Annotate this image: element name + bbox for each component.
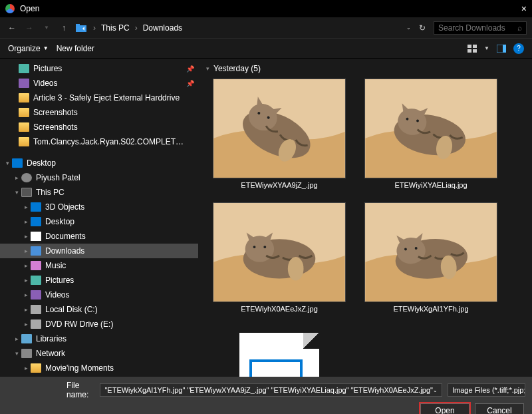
chevron-right-icon: ▸: [21, 204, 31, 210]
sidebar-item[interactable]: ▸Videos: [0, 288, 198, 302]
chevron-right-icon: ▸: [12, 174, 21, 181]
thumbnail-image: [213, 202, 346, 302]
chevron-down-icon: ▾: [12, 189, 21, 196]
filename-input[interactable]: "ETEWiykXgAI1YFh.jpg" "ETEWiywXYAA9jZ_.j…: [100, 383, 442, 397]
sidebar-label: Network: [36, 349, 65, 358]
chevron-down-icon[interactable]: ⌄: [433, 387, 438, 393]
sidebar-item[interactable]: ▸Desktop: [0, 214, 198, 229]
chrome-icon: [5, 4, 15, 13]
sidebar-item[interactable]: ▸Movie'ing Moments: [0, 361, 198, 375]
videos-icon: [19, 79, 29, 88]
svg-rect-4: [473, 45, 477, 48]
videos-icon: [31, 290, 41, 300]
organize-label: Organize: [8, 44, 41, 53]
content-area: ▾ Yesterday (5) ETEWiywXYAA9jZ_.jpgETEWi…: [198, 59, 532, 377]
sidebar-label: 3D Objects: [45, 202, 84, 212]
user-icon: [21, 173, 32, 182]
thumbnail-image: [364, 79, 497, 178]
sidebar-item[interactable]: Videos📌: [0, 76, 198, 91]
sidebar-label: Downloads: [45, 246, 84, 256]
file-name: ETEWiyhX0AEeJxZ.jpg: [241, 305, 318, 313]
view-dropdown[interactable]: ▼: [484, 45, 489, 51]
svg-rect-8: [503, 45, 506, 53]
svg-rect-0: [76, 25, 86, 32]
close-icon[interactable]: ×: [521, 3, 527, 14]
sidebar-item[interactable]: Article 3 - Safely Eject External Harddr…: [0, 91, 198, 105]
file-thumbnail[interactable]: ETEWiywXYAA9jZ_.jpg: [213, 79, 346, 189]
sidebar-user[interactable]: ▸ Piyush Patel: [0, 170, 198, 185]
view-icon[interactable]: [467, 43, 477, 54]
organize-button[interactable]: Organize ▼: [8, 44, 49, 53]
sidebar-libraries[interactable]: ▸ Libraries: [0, 331, 198, 346]
libraries-icon: [21, 334, 32, 343]
back-button[interactable]: ←: [5, 21, 19, 35]
sidebar: Pictures📌Videos📌Article 3 - Safely Eject…: [0, 59, 198, 377]
music-icon: [31, 261, 41, 270]
thumbnail-image: [364, 202, 497, 302]
sidebar-item[interactable]: ▸Music: [0, 258, 198, 273]
sidebar-label: Screenshots: [33, 108, 78, 117]
chevron-right-icon: ▸: [21, 248, 31, 254]
file-thumbnail[interactable]: ETEWiyiXYAELiaq.jpg: [364, 79, 497, 189]
chevron-right-icon: ▸: [21, 218, 31, 225]
refresh-button[interactable]: ↻: [419, 23, 426, 33]
file-thumbnail[interactable]: [213, 326, 346, 377]
sidebar-item[interactable]: ▸Downloads: [0, 244, 198, 258]
thumbnail-image: [213, 79, 346, 178]
file-type-filter[interactable]: Image Files (*.tiff;*.pjp;*.pjpeg;* ⌄: [448, 383, 525, 397]
forward-button[interactable]: →: [23, 21, 36, 35]
doc-icon: [31, 232, 41, 241]
sidebar-item[interactable]: ▸DVD RW Drive (E:): [0, 317, 198, 331]
chevron-down-icon: ▾: [12, 350, 21, 357]
sidebar-item[interactable]: Screenshots: [0, 120, 198, 134]
breadcrumb-thispc[interactable]: This PC: [101, 23, 130, 33]
sidebar-label: Pictures: [33, 64, 62, 73]
sidebar-item[interactable]: Tom.Clancys.Jack.Ryan.S02.COMPLETE.720p.…: [0, 134, 198, 149]
titlebar: Open ×: [0, 0, 532, 17]
group-header[interactable]: ▾ Yesterday (5): [206, 64, 524, 73]
cancel-button[interactable]: Cancel: [475, 403, 524, 414]
recent-dropdown[interactable]: ▼: [40, 21, 53, 35]
sidebar-label: This PC: [36, 188, 65, 197]
sidebar-thispc[interactable]: ▾ This PC: [0, 185, 198, 200]
file-name: ETEWiyiXYAELiaq.jpg: [394, 181, 467, 189]
chevron-right-icon: ▸: [12, 335, 21, 342]
new-folder-button[interactable]: New folder: [57, 44, 94, 53]
svg-rect-5: [467, 49, 471, 53]
chevron-down-icon: ▾: [206, 65, 209, 72]
separator: ›: [93, 23, 96, 33]
search-input[interactable]: Search Downloads ⌕: [434, 21, 527, 35]
sidebar-label: Tom.Clancys.Jack.Ryan.S02.COMPLETE.720p.…: [33, 137, 186, 146]
sidebar-label: Pictures: [45, 276, 74, 285]
sidebar-item[interactable]: Pictures📌: [0, 61, 198, 76]
breadcrumb-downloads[interactable]: Downloads: [143, 23, 182, 33]
file-thumbnail[interactable]: ETEWiykXgAI1YFh.jpg: [364, 202, 497, 313]
sidebar-item[interactable]: ▸Local Disk (C:): [0, 302, 198, 317]
up-button[interactable]: ↑: [57, 21, 70, 35]
sidebar-label: Documents: [45, 232, 86, 241]
sidebar-item[interactable]: ▸Pictures: [0, 273, 198, 288]
chevron-right-icon: ▸: [21, 277, 31, 284]
sidebar-label: Piyush Patel: [36, 173, 80, 182]
preview-pane-icon[interactable]: [496, 43, 507, 54]
sidebar-item[interactable]: ▸3D Objects: [0, 200, 198, 214]
sidebar-item[interactable]: ▸Documents: [0, 229, 198, 244]
help-icon[interactable]: ?: [513, 43, 524, 54]
sidebar-label: Videos: [33, 79, 57, 88]
sidebar-label: Screenshots: [33, 122, 78, 132]
file-thumbnail[interactable]: ETEWiyhX0AEeJxZ.jpg: [213, 202, 346, 313]
path-dropdown[interactable]: ⌄: [406, 25, 411, 31]
sidebar-label: DVD RW Drive (E:): [45, 319, 113, 329]
sidebar-item[interactable]: Screenshots: [0, 105, 198, 120]
sidebar-item[interactable]: ▸ScienceABC: [0, 375, 198, 377]
chevron-down-icon: ▼: [43, 45, 49, 51]
sidebar-desktop[interactable]: ▾ Desktop: [0, 156, 198, 170]
chevron-down-icon: ▾: [3, 160, 12, 166]
svg-rect-6: [473, 49, 477, 53]
chevron-right-icon: ▸: [21, 365, 31, 371]
svg-point-31: [263, 246, 266, 248]
open-button[interactable]: Open: [420, 403, 469, 414]
file-name: ETEWiykXgAI1YFh.jpg: [393, 305, 468, 313]
sidebar-network[interactable]: ▾ Network: [0, 346, 198, 361]
disk-icon: [31, 319, 41, 329]
